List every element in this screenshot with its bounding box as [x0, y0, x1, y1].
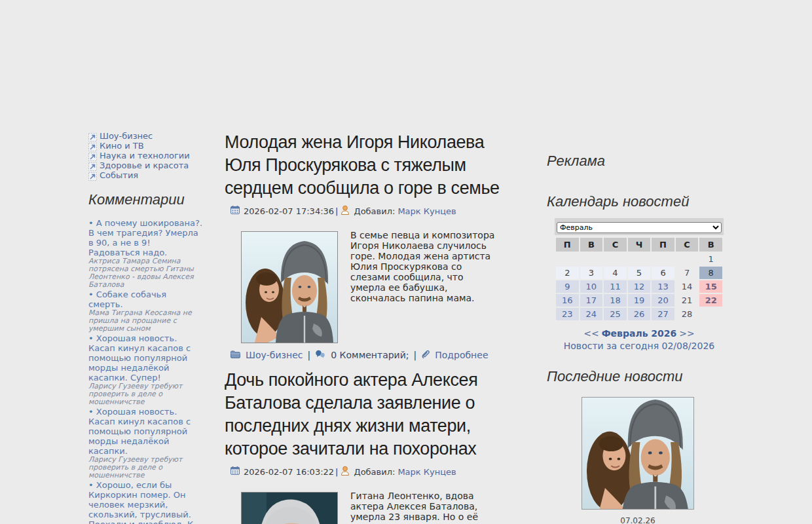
calendar-day-18[interactable]: 18	[604, 294, 627, 307]
user-icon	[341, 205, 350, 217]
added-label-2: Добавил:	[354, 467, 395, 477]
weekday-header: В	[699, 238, 722, 252]
meta-separator: |	[335, 206, 338, 216]
calendar-day-22[interactable]: 22	[699, 294, 722, 307]
comment-entry: • Хорошо, если бы Киркоркин помер. Он че…	[88, 480, 203, 524]
calendar-empty-cell	[604, 253, 627, 265]
calendar-day-3: 3	[580, 267, 603, 279]
calendar-day-5: 5	[628, 267, 651, 279]
latest-news-heading: Последние новости	[547, 368, 729, 385]
calendar-day-12[interactable]: 12	[628, 280, 651, 293]
calendar-day-16[interactable]: 16	[556, 294, 579, 307]
current-month-label: Февраль 2026	[602, 328, 677, 339]
calendar-day-14: 14	[676, 280, 699, 293]
article-title[interactable]: Молодая жена Игоря Николаева Юля Проскур…	[225, 131, 500, 200]
sidebar-category-item[interactable]: События	[88, 170, 203, 180]
comments-heading: Комментарии	[88, 191, 203, 208]
latest-news-item: 07.02.26 Молодая жена Игоря Николаева Юл…	[547, 393, 729, 524]
sidebar-category-link[interactable]: Шоу-бизнес	[100, 131, 153, 141]
latest-news-photo[interactable]	[581, 397, 694, 510]
article-title-2[interactable]: Дочь покойного актера Алексея Баталова с…	[225, 369, 500, 460]
calendar-icon	[231, 206, 240, 216]
news-calendar: Февраль ПВСЧПСВ 123456789101112131415161…	[555, 218, 724, 322]
calendar-day-13[interactable]: 13	[652, 280, 674, 293]
next-month-link[interactable]: >>	[679, 328, 694, 339]
author-link-2[interactable]: Марк Кунцев	[397, 467, 456, 477]
comments-icon	[315, 350, 325, 360]
calendar-day-10[interactable]: 10	[580, 280, 603, 293]
weekday-header: П	[556, 238, 579, 252]
comment-text-link[interactable]: • Хорошая новость. Касап кинул касапов с…	[88, 407, 203, 456]
weekday-header: Ч	[628, 238, 651, 252]
sidebar-category-link[interactable]: Здоровье и красота	[100, 160, 189, 170]
calendar-day-25[interactable]: 25	[604, 308, 627, 320]
category-link[interactable]: Шоу-бизнес	[246, 350, 303, 360]
comment-source-link[interactable]: Актриса Тамара Семина потрясена смертью …	[88, 257, 203, 289]
comments-list: • А почему шокирована?. В чем трагедия? …	[88, 218, 203, 524]
arrow-icon	[88, 171, 97, 179]
author-link[interactable]: Марк Кунцев	[397, 206, 456, 216]
calendar-empty-cell	[652, 253, 674, 265]
calendar-day-2: 2	[556, 267, 579, 279]
sidebar-category-link[interactable]: События	[100, 170, 138, 180]
comment-entry: • Хорошая новость. Касап кинул касапов с…	[88, 333, 203, 406]
calendar-day-26[interactable]: 26	[628, 308, 651, 320]
sidebar-category-link[interactable]: Наука и технологии	[100, 151, 190, 160]
top-banner-space	[0, 0, 812, 115]
category-nav: Шоу-бизнесКино и ТВНаука и технологииЗдо…	[88, 131, 203, 180]
calendar-empty-cell	[580, 253, 603, 265]
calendar-day-17[interactable]: 17	[580, 294, 603, 307]
ads-heading: Реклама	[547, 153, 729, 170]
article-date-2: 2026-02-07 16:03:22	[244, 467, 334, 477]
sidebar-category-item[interactable]: Шоу-бизнес	[88, 131, 203, 141]
calendar-day-8[interactable]: 8	[699, 267, 722, 279]
weekday-header: С	[676, 238, 699, 252]
calendar-day-20[interactable]: 20	[652, 294, 674, 307]
sidebar-category-link[interactable]: Кино и ТВ	[100, 141, 144, 151]
today-news-link[interactable]: Новости за сегодня 02/08/2026	[564, 341, 714, 351]
comment-text-link[interactable]: • Хорошо, если бы Киркоркин помер. Он че…	[88, 480, 203, 524]
comment-source-link[interactable]: Ларису Гузееву требуют проверить в деле …	[88, 456, 203, 479]
comments-count-link[interactable]: 0 Комментарий;	[331, 350, 409, 360]
left-sidebar: Шоу-бизнесКино и ТВНаука и технологииЗдо…	[88, 131, 203, 524]
month-select-wrap: Февраль	[555, 218, 724, 235]
sidebar-category-item[interactable]: Кино и ТВ	[88, 141, 203, 151]
article-footer: Шоу-бизнес | 0 Комментарий; | Подробнее	[225, 349, 500, 361]
weekday-header: С	[604, 238, 627, 252]
calendar-day-11[interactable]: 11	[604, 280, 627, 293]
article-1: Молодая жена Игоря Николаева Юля Проскур…	[225, 131, 500, 361]
calendar-day-19[interactable]: 19	[628, 294, 651, 307]
paperclip-icon	[421, 349, 430, 361]
calendar-day-27[interactable]: 27	[652, 308, 674, 320]
right-sidebar: Реклама Календарь новостей Февраль ПВСЧП…	[547, 153, 729, 524]
comment-source-link[interactable]: Ларису Гузееву требуют проверить в деле …	[88, 383, 203, 406]
calendar-day-15[interactable]: 15	[699, 280, 722, 293]
calendar-nav: <<Февраль 2026>>	[555, 328, 724, 339]
article-meta: 2026-02-07 17:34:36 | Добавил: Марк Кунц…	[225, 205, 500, 217]
calendar-icon	[231, 466, 240, 477]
comment-text-link[interactable]: • А почему шокирована?. В чем трагедия? …	[88, 218, 203, 257]
calendar-empty-cell	[699, 308, 722, 320]
calendar-day-9[interactable]: 9	[556, 280, 579, 293]
calendar-empty-cell	[676, 253, 699, 265]
calendar-day-24[interactable]: 24	[580, 308, 603, 320]
folder-icon	[231, 350, 240, 360]
read-more-link[interactable]: Подробнее	[435, 350, 488, 360]
calendar-day-28: 28	[676, 308, 699, 320]
footer-pipe2: |	[414, 350, 417, 360]
user-icon	[341, 466, 350, 477]
article-meta-2: 2026-02-07 16:03:22 | Добавил: Марк Кунц…	[225, 466, 500, 477]
prev-month-link[interactable]: <<	[583, 328, 599, 339]
arrow-icon	[88, 132, 97, 140]
arrow-icon	[88, 161, 97, 170]
sidebar-category-item[interactable]: Наука и технологии	[88, 151, 203, 160]
comment-source-link[interactable]: Мама Тиграна Кеосаяна не пришла на проща…	[88, 309, 203, 333]
article-photo-couple	[241, 231, 338, 343]
calendar-day-1: 1	[699, 253, 722, 265]
comment-text-link[interactable]: • Хорошая новость. Касап кинул касапов с…	[88, 333, 203, 383]
comment-text-link[interactable]: • Собаке собачья смерть.	[88, 290, 203, 309]
calendar-day-23[interactable]: 23	[556, 308, 579, 320]
month-select[interactable]: Февраль	[557, 222, 722, 233]
sidebar-category-item[interactable]: Здоровье и красота	[88, 160, 203, 170]
latest-news-date: 07.02.26	[547, 516, 729, 524]
